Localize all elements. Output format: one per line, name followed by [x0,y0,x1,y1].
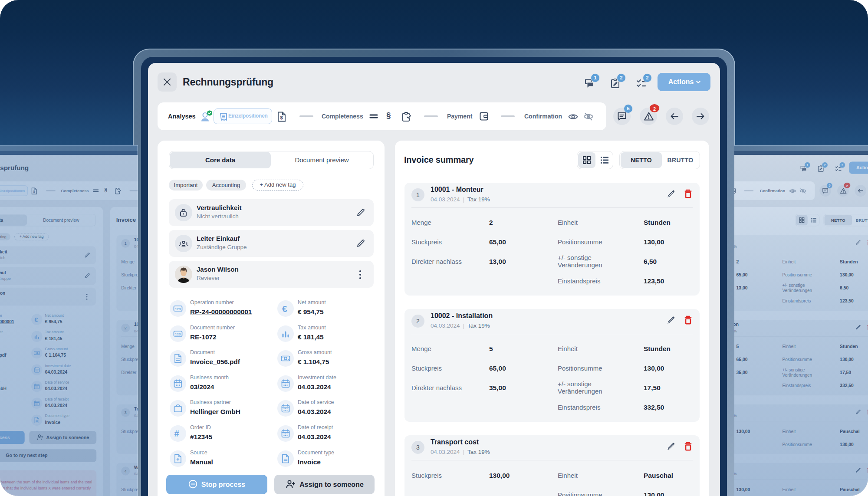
svg-text:123: 123 [175,332,181,336]
svg-text:123: 123 [175,307,181,311]
svg-text:$: $ [280,115,283,120]
svg-text:€: € [282,304,287,313]
svg-text:#: # [174,429,179,438]
